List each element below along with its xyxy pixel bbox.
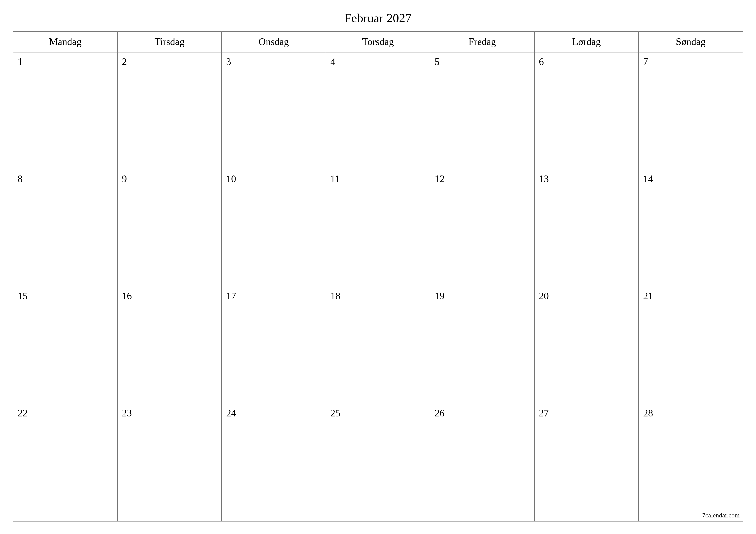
watermark-text: 7calendar.com: [702, 512, 740, 519]
calendar-day-cell: 17: [222, 287, 326, 404]
calendar-week-row: 22 23 24 25 26 27 28 7calendar.com: [13, 404, 743, 521]
day-number: 16: [122, 290, 132, 302]
calendar-title: Februar 2027: [13, 11, 743, 25]
calendar-day-cell: 20: [534, 287, 639, 404]
calendar-day-cell: 25: [326, 404, 430, 521]
day-number: 9: [122, 173, 127, 185]
calendar-day-cell: 2: [118, 53, 222, 170]
day-number: 22: [18, 407, 28, 419]
day-number: 3: [226, 56, 231, 67]
day-number: 24: [226, 407, 236, 419]
calendar-day-cell: 24: [222, 404, 326, 521]
calendar-day-cell: 10: [222, 170, 326, 287]
calendar-day-cell: 21: [638, 287, 743, 404]
calendar-day-cell: 27: [534, 404, 639, 521]
weekday-header: Søndag: [638, 32, 743, 53]
day-number: 19: [435, 290, 445, 302]
day-number: 17: [226, 290, 236, 302]
weekday-header: Fredag: [430, 32, 534, 53]
calendar-day-cell: 8: [13, 170, 118, 287]
calendar-day-cell: 13: [534, 170, 639, 287]
calendar-day-cell: 3: [222, 53, 326, 170]
day-number: 13: [539, 173, 549, 185]
day-number: 1: [18, 56, 23, 67]
calendar-day-cell: 6: [534, 53, 639, 170]
day-number: 25: [330, 407, 340, 419]
calendar-grid: Mandag Tirsdag Onsdag Torsdag Fredag Lør…: [13, 31, 743, 521]
calendar-day-cell: 11: [326, 170, 430, 287]
weekday-header: Torsdag: [326, 32, 430, 53]
day-number: 21: [643, 290, 653, 302]
calendar-day-cell: 1: [13, 53, 118, 170]
weekday-header: Onsdag: [222, 32, 326, 53]
calendar-day-cell: 26: [430, 404, 534, 521]
calendar-day-cell: 18: [326, 287, 430, 404]
calendar-day-cell: 16: [118, 287, 222, 404]
calendar-week-row: 8 9 10 11 12 13 14: [13, 170, 743, 287]
day-number: 7: [643, 56, 648, 67]
calendar-day-cell: 15: [13, 287, 118, 404]
calendar-day-cell: 12: [430, 170, 534, 287]
day-number: 8: [18, 173, 23, 185]
day-number: 10: [226, 173, 236, 185]
day-number: 26: [435, 407, 445, 419]
calendar-week-row: 15 16 17 18 19 20 21: [13, 287, 743, 404]
day-number: 27: [539, 407, 549, 419]
weekday-header-row: Mandag Tirsdag Onsdag Torsdag Fredag Lør…: [13, 32, 743, 53]
calendar-day-cell: 28 7calendar.com: [638, 404, 743, 521]
day-number: 5: [435, 56, 440, 67]
day-number: 4: [330, 56, 335, 67]
calendar-day-cell: 14: [638, 170, 743, 287]
calendar-day-cell: 22: [13, 404, 118, 521]
day-number: 14: [643, 173, 653, 185]
calendar-day-cell: 23: [118, 404, 222, 521]
weekday-header: Mandag: [13, 32, 118, 53]
day-number: 15: [18, 290, 28, 302]
day-number: 20: [539, 290, 549, 302]
day-number: 11: [330, 173, 340, 185]
day-number: 23: [122, 407, 132, 419]
calendar-week-row: 1 2 3 4 5 6 7: [13, 53, 743, 170]
calendar-day-cell: 7: [638, 53, 743, 170]
weekday-header: Tirsdag: [118, 32, 222, 53]
calendar-day-cell: 19: [430, 287, 534, 404]
day-number: 2: [122, 56, 127, 67]
calendar-day-cell: 4: [326, 53, 430, 170]
day-number: 28: [643, 407, 653, 419]
weekday-header: Lørdag: [534, 32, 639, 53]
calendar-day-cell: 5: [430, 53, 534, 170]
day-number: 18: [330, 290, 340, 302]
day-number: 6: [539, 56, 544, 67]
calendar-day-cell: 9: [118, 170, 222, 287]
day-number: 12: [435, 173, 445, 185]
